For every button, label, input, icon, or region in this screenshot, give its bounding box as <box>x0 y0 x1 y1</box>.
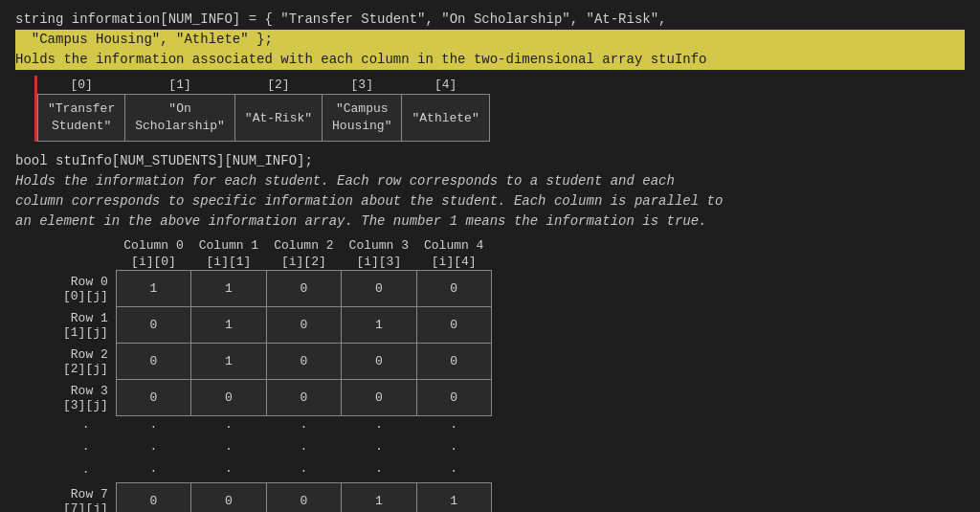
stu-row-7: Row 7[7][j] 0 0 0 1 1 <box>44 483 491 512</box>
dots3-col0: · <box>116 460 190 483</box>
stu-dots-row2: · · · · · · <box>44 438 491 460</box>
row2-col3: 0 <box>342 344 416 380</box>
row0-col3: 0 <box>342 271 416 307</box>
dots1-col0: · <box>116 416 190 439</box>
index-4: [4] <box>402 76 489 95</box>
col0-sub: [i][0] <box>116 254 190 271</box>
row7-col0: 0 <box>116 483 190 512</box>
row0-label: Row 0[0][j] <box>44 271 116 307</box>
dots-label2: · <box>44 438 116 460</box>
dots-label3: · <box>44 460 116 483</box>
dots2-col1: · <box>191 438 266 460</box>
info-val-0: "TransferStudent" <box>38 95 125 142</box>
info-index-table: [0] [1] [2] [3] [4] "TransferStudent" "O… <box>37 76 490 142</box>
row1-col3: 1 <box>342 307 416 344</box>
stu-row-0: Row 0[0][j] 1 1 0 0 0 <box>44 271 491 307</box>
info-val-1: "OnScholarship" <box>125 95 235 142</box>
comment3: column corresponds to specific informati… <box>15 191 965 211</box>
dots1-col3: · <box>342 416 416 439</box>
row7-col3: 1 <box>342 483 416 512</box>
row3-col0: 0 <box>116 380 190 416</box>
row0-col1: 1 <box>191 271 266 307</box>
dots1-col1: · <box>191 416 266 439</box>
row3-col4: 0 <box>416 380 491 416</box>
col1-header: Column 1 <box>191 237 266 254</box>
comment2: Holds the information for each student. … <box>15 171 965 191</box>
stu-dots-row3: · · · · · · <box>44 460 491 483</box>
col-headers-top: Column 0 Column 1 Column 2 Column 3 Colu… <box>44 237 491 254</box>
row2-col0: 0 <box>116 344 190 380</box>
col4-sub: [i][4] <box>416 254 491 271</box>
row7-col1: 0 <box>191 483 266 512</box>
row7-col2: 0 <box>266 483 341 512</box>
row2-col4: 0 <box>416 344 491 380</box>
row0-col2: 0 <box>266 271 341 307</box>
row-label-spacer2 <box>44 254 116 271</box>
stu-row-1: Row 1[1][j] 0 1 0 1 0 <box>44 307 491 344</box>
row1-col1: 1 <box>191 307 266 344</box>
code-block: string information[NUM_INFO] = { "Transf… <box>15 10 965 512</box>
row2-col1: 1 <box>191 344 266 380</box>
info-val-2: "At-Risk" <box>234 95 322 142</box>
row-label-spacer <box>44 237 116 254</box>
col1-sub: [i][1] <box>191 254 266 271</box>
col3-header: Column 3 <box>342 237 416 254</box>
row2-label: Row 2[2][j] <box>44 344 116 380</box>
comment4: an element in the above information arra… <box>15 211 965 232</box>
col2-sub: [i][2] <box>266 254 341 271</box>
row0-col4: 0 <box>416 271 491 307</box>
line2-highlighted: "Campus Housing", "Athlete" }; <box>15 30 965 50</box>
row3-col1: 0 <box>191 380 266 416</box>
dots1-col4: · <box>416 416 491 439</box>
col3-sub: [i][3] <box>342 254 416 271</box>
dots2-col0: · <box>116 438 190 460</box>
comment1-highlighted: Holds the information associated with ea… <box>15 50 965 70</box>
index-0: [0] <box>38 76 125 95</box>
row2-col2: 0 <box>266 344 341 380</box>
stu-info-table-wrapper: Column 0 Column 1 Column 2 Column 3 Colu… <box>44 237 965 512</box>
info-array-table: [0] [1] [2] [3] [4] "TransferStudent" "O… <box>34 76 490 142</box>
row3-col2: 0 <box>266 380 341 416</box>
index-3: [3] <box>323 76 402 95</box>
col-headers-sub: [i][0] [i][1] [i][2] [i][3] [i][4] <box>44 254 491 271</box>
dots3-col1: · <box>191 460 266 483</box>
row1-col2: 0 <box>266 307 341 344</box>
dots3-col2: · <box>266 460 341 483</box>
dots-label1: · <box>44 416 116 439</box>
row3-col3: 0 <box>342 380 416 416</box>
row1-label: Row 1[1][j] <box>44 307 116 344</box>
dots2-col3: · <box>342 438 416 460</box>
index-1: [1] <box>125 76 235 95</box>
row0-col0: 1 <box>116 271 190 307</box>
row1-col0: 0 <box>116 307 190 344</box>
dots2-col2: · <box>266 438 341 460</box>
stu-row-2: Row 2[2][j] 0 1 0 0 0 <box>44 344 491 380</box>
index-2: [2] <box>234 76 322 95</box>
dots3-col4: · <box>416 460 491 483</box>
dots2-col4: · <box>416 438 491 460</box>
line3: bool stuInfo[NUM_STUDENTS][NUM_INFO]; <box>15 151 965 171</box>
info-val-4: "Athlete" <box>402 95 489 142</box>
col2-header: Column 2 <box>266 237 341 254</box>
stu-dots-row1: · · · · · · <box>44 416 491 439</box>
row3-label: Row 3[3][j] <box>44 380 116 416</box>
stu-info-table: Column 0 Column 1 Column 2 Column 3 Colu… <box>44 237 492 512</box>
col4-header: Column 4 <box>416 237 491 254</box>
col0-header: Column 0 <box>116 237 190 254</box>
dots1-col2: · <box>266 416 341 439</box>
row1-col4: 0 <box>416 307 491 344</box>
row7-col4: 1 <box>416 483 491 512</box>
info-val-3: "CampusHousing" <box>323 95 402 142</box>
stu-row-3: Row 3[3][j] 0 0 0 0 0 <box>44 380 491 416</box>
row7-label: Row 7[7][j] <box>44 483 116 512</box>
dots3-col3: · <box>342 460 416 483</box>
line1: string information[NUM_INFO] = { "Transf… <box>15 10 965 30</box>
